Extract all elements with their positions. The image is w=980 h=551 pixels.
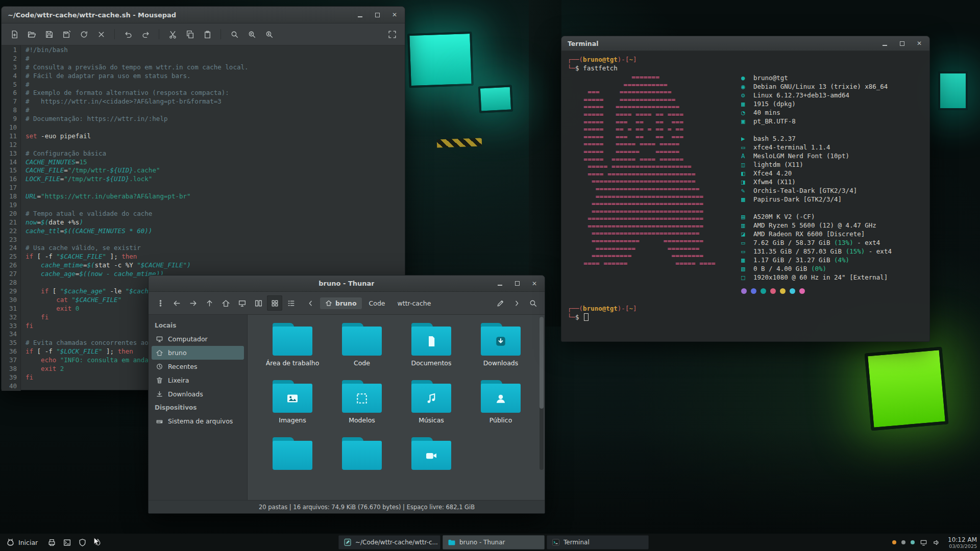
close-button[interactable]: ✕ (915, 39, 923, 47)
sidebar-item-sistema-de-arquivos[interactable]: Sistema de arquivos (152, 414, 244, 428)
line-number: 2 (2, 55, 17, 63)
close-button[interactable]: ✕ (390, 11, 399, 19)
code-line (26, 201, 405, 210)
tray-indicator-dot[interactable] (911, 540, 915, 544)
prompt-input-line[interactable]: └─$ (568, 313, 923, 321)
sidebar-item-computador[interactable]: Computador (152, 332, 244, 346)
folder-item-mu-sicas[interactable]: Músicas (397, 380, 466, 424)
display-tray-icon[interactable] (920, 539, 927, 546)
toolbar-separator (220, 29, 221, 39)
code-line: LOCK_FILE="/tmp/wttr-${UID}.lock" (26, 175, 405, 184)
folder-item-downloads[interactable]: Downloads (466, 323, 535, 367)
home-button[interactable] (218, 295, 233, 311)
folder-item-code[interactable]: Code (327, 323, 397, 367)
display-manager-icon: ◫ (741, 160, 753, 169)
find-button[interactable] (227, 27, 242, 42)
sidebar-item-downloads[interactable]: Downloads (152, 387, 244, 401)
download-icon (156, 390, 163, 398)
breadcrumb-0[interactable]: bruno (320, 297, 362, 309)
path-scroll-left-button[interactable] (303, 295, 318, 311)
chevron-right-button[interactable] (509, 295, 524, 311)
save-button[interactable] (41, 27, 57, 42)
minimize-button[interactable] (496, 280, 504, 288)
split-view-button[interactable] (251, 295, 266, 311)
find-replace-button[interactable] (244, 27, 259, 42)
printer-launcher-button[interactable] (44, 535, 59, 549)
computer-button[interactable] (234, 295, 250, 311)
volume-tray-icon[interactable] (933, 539, 940, 546)
terminal-app-launcher-button[interactable] (59, 535, 75, 549)
fastfetch-font-value: MesloLGM Nerd Font (10pt) (753, 152, 849, 160)
thunar-file-pane[interactable]: Área de trabalho Code Documentos Downloa… (248, 315, 545, 500)
goto-button[interactable] (261, 27, 277, 42)
sidebar-item-lixeira[interactable]: Lixeira (152, 373, 244, 387)
scrollbar[interactable] (540, 317, 544, 470)
taskbar-window-code-wttr-cache-wttr-c[interactable]: ~/Code/wttr-cache/wttr-c... (338, 535, 440, 549)
folder-item-a-rea-de-trabalho[interactable]: Área de trabalho (258, 323, 327, 367)
line-number: 8 (2, 106, 17, 115)
cut-button[interactable] (165, 27, 180, 42)
clock[interactable]: 10:12 AM 03/03/2025 (948, 534, 977, 551)
line-number-gutter: 1234567891011121314151617181920212223242… (2, 45, 21, 391)
paste-button[interactable] (200, 27, 215, 42)
list-view-button[interactable] (283, 295, 299, 311)
taskbar-window-terminal[interactable]: Terminal (547, 535, 649, 549)
redo-button[interactable] (138, 27, 153, 42)
thunar-titlebar[interactable]: bruno - Thunar ✕ (149, 276, 545, 292)
breadcrumb-1[interactable]: Code (364, 297, 390, 309)
taskbar-window-bruno-thunar[interactable]: bruno - Thunar (443, 535, 545, 549)
grid-view-button[interactable] (267, 295, 282, 311)
disk-home-icon: ▭ (741, 247, 753, 256)
maximize-button[interactable] (898, 39, 906, 47)
menu-button[interactable] (153, 295, 168, 311)
forward-button[interactable] (185, 295, 201, 311)
shield-launcher-button[interactable] (75, 535, 90, 549)
rename-button[interactable] (493, 295, 508, 311)
fullscreen-button[interactable] (384, 27, 400, 42)
folder-item[interactable] (397, 437, 466, 473)
scrollbar-thumb[interactable] (540, 317, 544, 409)
undo-button[interactable] (120, 27, 136, 42)
mousepad-titlebar[interactable]: ~/Code/wttr-cache/wttr-cache.sh - Mousep… (2, 7, 405, 23)
folder-item-documentos[interactable]: Documentos (397, 323, 466, 367)
line-number: 16 (2, 175, 17, 184)
tray-indicator-dot[interactable] (892, 540, 896, 544)
minimize-button[interactable] (356, 11, 364, 19)
sidebar-item-recentes[interactable]: Recentes (152, 360, 244, 373)
close-file-button[interactable] (93, 27, 109, 42)
computer-icon (156, 335, 163, 343)
terminal-content[interactable]: ┌──(bruno@tgt)-[~] └─$ fastfetch =======… (561, 51, 929, 341)
search-button[interactable] (525, 295, 541, 311)
fastfetch-gpu-value: AMD Radeon RX 6600 [Discrete] (753, 230, 865, 238)
folder-item-imagens[interactable]: Imagens (258, 380, 327, 424)
open-file-button[interactable] (24, 27, 39, 42)
line-number: 12 (2, 141, 17, 149)
fastfetch-uptime-line: ◔40 mins (741, 108, 923, 117)
maximize-button[interactable] (513, 280, 521, 288)
minimize-button[interactable] (880, 39, 889, 47)
reload-button[interactable] (76, 27, 91, 42)
maximize-button[interactable] (373, 11, 381, 19)
save-as-button[interactable] (59, 27, 74, 42)
new-file-button[interactable] (7, 27, 22, 42)
system-tray (892, 534, 940, 551)
folder-item-pu-blico[interactable]: Público (466, 380, 535, 424)
copy-button[interactable] (182, 27, 198, 42)
terminal-titlebar[interactable]: Terminal ✕ (561, 36, 929, 51)
breadcrumb-2[interactable]: wttr-cache (393, 297, 436, 309)
close-button[interactable]: ✕ (530, 280, 538, 288)
up-button[interactable] (202, 295, 217, 311)
folder-item-modelos[interactable]: Modelos (327, 380, 397, 424)
folder-item[interactable] (327, 437, 397, 473)
info-separator (741, 126, 923, 134)
tray-indicator-dot[interactable] (901, 540, 905, 544)
start-button[interactable]: Iniciar (0, 534, 44, 551)
line-number: 20 (2, 210, 17, 218)
fastfetch-kernel-line: ⚙Linux 6.12.73+deb13-amd64 (741, 91, 923, 99)
code-line: # (26, 81, 405, 89)
sidebar-item-label: Sistema de arquivos (168, 417, 233, 425)
folder-item[interactable] (258, 437, 327, 473)
back-button[interactable] (169, 295, 184, 311)
folder-label: Público (489, 416, 512, 424)
sidebar-item-bruno[interactable]: bruno (152, 346, 244, 360)
